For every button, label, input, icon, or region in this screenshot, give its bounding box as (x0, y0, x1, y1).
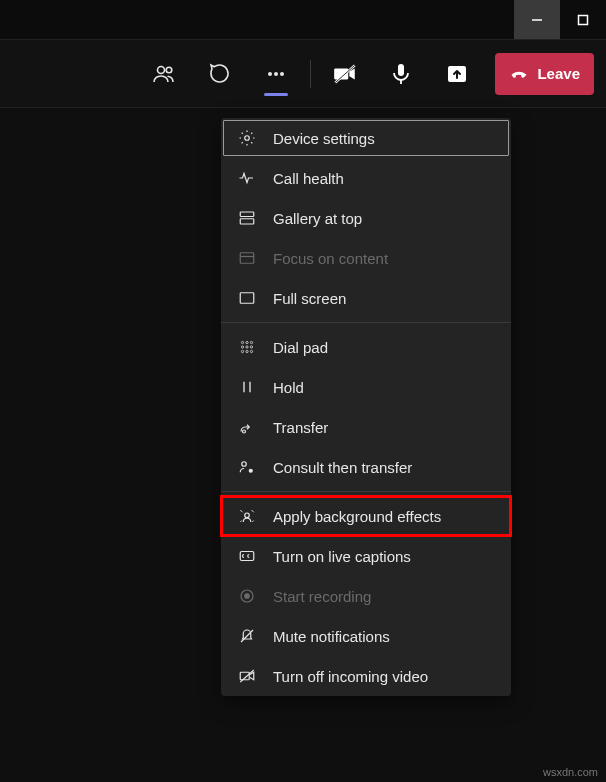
record-icon (237, 586, 257, 606)
svg-rect-15 (240, 253, 254, 264)
pause-icon (237, 377, 257, 397)
share-button[interactable] (429, 46, 485, 102)
menu-label: Mute notifications (273, 628, 390, 645)
svg-point-34 (245, 594, 250, 599)
menu-turn-on-live-captions[interactable]: Turn on live captions (221, 536, 511, 576)
menu-label: Gallery at top (273, 210, 362, 227)
svg-rect-17 (240, 293, 254, 304)
captions-icon (237, 546, 257, 566)
menu-label: Dial pad (273, 339, 328, 356)
consult-transfer-icon (237, 457, 257, 477)
svg-rect-1 (579, 15, 588, 24)
svg-point-31 (245, 513, 250, 518)
people-button[interactable] (136, 46, 192, 102)
menu-gallery-at-top[interactable]: Gallery at top (221, 198, 511, 238)
svg-point-12 (245, 136, 250, 141)
svg-rect-13 (240, 212, 254, 217)
svg-rect-14 (240, 219, 254, 224)
svg-point-30 (249, 469, 252, 472)
menu-start-recording: Start recording (221, 576, 511, 616)
svg-point-19 (246, 341, 248, 343)
menu-label: Transfer (273, 419, 328, 436)
svg-point-25 (246, 350, 248, 352)
menu-separator (221, 491, 511, 492)
leave-label: Leave (537, 65, 580, 82)
transfer-icon (237, 417, 257, 437)
svg-point-3 (167, 67, 173, 73)
menu-dial-pad[interactable]: Dial pad (221, 327, 511, 367)
more-actions-menu: Device settings Call health Gallery at t… (221, 118, 511, 696)
menu-label: Full screen (273, 290, 346, 307)
svg-point-22 (246, 346, 248, 348)
menu-apply-background-effects[interactable]: Apply background effects (221, 496, 511, 536)
svg-point-26 (250, 350, 252, 352)
focus-icon (237, 248, 257, 268)
menu-label: Call health (273, 170, 344, 187)
menu-label: Consult then transfer (273, 459, 412, 476)
menu-label: Start recording (273, 588, 371, 605)
background-effects-icon (237, 506, 257, 526)
call-toolbar: Leave (0, 40, 606, 108)
camera-button[interactable] (317, 46, 373, 102)
gear-icon (237, 128, 257, 148)
bell-off-icon (237, 626, 257, 646)
leave-button[interactable]: Leave (495, 53, 594, 95)
dialpad-icon (237, 337, 257, 357)
svg-point-5 (274, 72, 278, 76)
svg-point-6 (280, 72, 284, 76)
window-maximize-button[interactable] (560, 0, 606, 39)
svg-point-20 (250, 341, 252, 343)
svg-point-29 (242, 462, 247, 467)
fullscreen-icon (237, 288, 257, 308)
more-actions-button[interactable] (248, 46, 304, 102)
menu-separator (221, 322, 511, 323)
video-off-icon (237, 666, 257, 686)
watermark: wsxdn.com (543, 766, 598, 778)
menu-consult-then-transfer[interactable]: Consult then transfer (221, 447, 511, 487)
svg-point-23 (250, 346, 252, 348)
toolbar-divider (310, 60, 311, 88)
menu-label: Apply background effects (273, 508, 441, 525)
menu-focus-on-content: Focus on content (221, 238, 511, 278)
menu-full-screen[interactable]: Full screen (221, 278, 511, 318)
svg-point-18 (241, 341, 243, 343)
menu-turn-off-incoming-video[interactable]: Turn off incoming video (221, 656, 511, 696)
menu-label: Device settings (273, 130, 375, 147)
hangup-icon (509, 64, 529, 84)
menu-label: Focus on content (273, 250, 388, 267)
menu-label: Turn on live captions (273, 548, 411, 565)
svg-point-21 (241, 346, 243, 348)
svg-point-2 (158, 66, 165, 73)
menu-transfer[interactable]: Transfer (221, 407, 511, 447)
menu-hold[interactable]: Hold (221, 367, 511, 407)
svg-point-4 (268, 72, 272, 76)
menu-label: Turn off incoming video (273, 668, 428, 685)
menu-call-health[interactable]: Call health (221, 158, 511, 198)
menu-device-settings[interactable]: Device settings (221, 118, 511, 158)
chat-button[interactable] (192, 46, 248, 102)
titlebar (0, 0, 606, 40)
window-minimize-button[interactable] (514, 0, 560, 39)
microphone-button[interactable] (373, 46, 429, 102)
svg-point-24 (241, 350, 243, 352)
svg-rect-9 (398, 64, 404, 76)
pulse-icon (237, 168, 257, 188)
menu-label: Hold (273, 379, 304, 396)
menu-mute-notifications[interactable]: Mute notifications (221, 616, 511, 656)
gallery-icon (237, 208, 257, 228)
